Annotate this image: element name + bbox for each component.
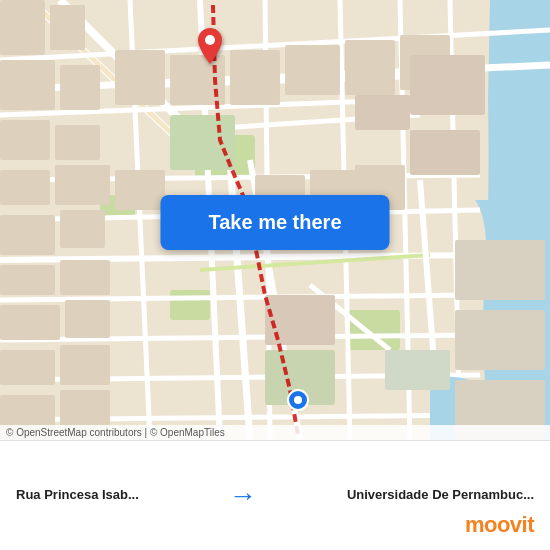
svg-rect-3 — [345, 310, 400, 350]
origin-name: Rua Princesa Isab... — [16, 487, 139, 504]
svg-rect-64 — [455, 240, 545, 300]
svg-rect-49 — [115, 50, 165, 105]
bottom-bar: Rua Princesa Isab... → Universidade De P… — [0, 440, 550, 550]
origin-pin — [198, 28, 222, 68]
svg-point-71 — [205, 35, 215, 45]
svg-rect-2 — [170, 290, 210, 320]
take-me-there-button[interactable]: Take me there — [160, 195, 389, 250]
svg-rect-65 — [455, 310, 545, 370]
svg-rect-44 — [65, 300, 110, 338]
svg-rect-43 — [0, 305, 60, 340]
svg-rect-40 — [60, 210, 105, 248]
svg-rect-45 — [0, 350, 55, 385]
svg-rect-67 — [385, 350, 450, 390]
svg-rect-37 — [0, 170, 50, 205]
map-attribution: © OpenStreetMap contributors | © OpenMap… — [0, 425, 550, 440]
moovit-logo: moovit — [465, 512, 534, 538]
svg-rect-52 — [285, 45, 340, 95]
svg-rect-36 — [55, 125, 100, 160]
svg-rect-56 — [115, 170, 165, 210]
svg-rect-61 — [410, 130, 480, 175]
svg-rect-51 — [230, 50, 280, 105]
svg-rect-68 — [355, 95, 410, 130]
destination-endpoint: Universidade De Pernambuc... — [347, 487, 534, 504]
svg-rect-55 — [170, 115, 235, 170]
route-arrow-icon: → — [229, 480, 257, 512]
destination-name: Universidade De Pernambuc... — [347, 487, 534, 504]
origin-endpoint: Rua Princesa Isab... — [16, 487, 139, 504]
svg-rect-32 — [50, 5, 85, 50]
map-container: Take me there © OpenStreetMap contributo… — [0, 0, 550, 440]
svg-rect-41 — [0, 265, 55, 295]
svg-rect-34 — [60, 65, 100, 110]
svg-point-70 — [294, 396, 302, 404]
svg-rect-53 — [345, 40, 395, 95]
svg-rect-46 — [60, 345, 110, 385]
svg-rect-38 — [55, 165, 110, 205]
svg-rect-60 — [410, 55, 485, 115]
svg-rect-35 — [0, 120, 50, 160]
svg-rect-33 — [0, 60, 55, 110]
moovit-brand-text: moovit — [465, 512, 534, 538]
svg-rect-39 — [0, 215, 55, 255]
svg-rect-42 — [60, 260, 110, 295]
svg-rect-31 — [0, 0, 45, 55]
